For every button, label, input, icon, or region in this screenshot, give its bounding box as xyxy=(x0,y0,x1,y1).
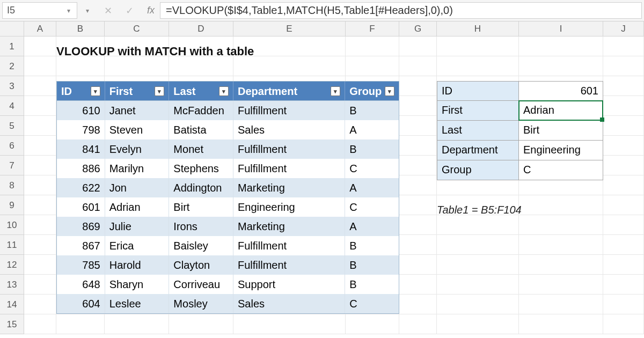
cell[interactable] xyxy=(437,295,519,314)
cell[interactable] xyxy=(24,76,56,96)
lookup-key-department[interactable]: Department xyxy=(437,141,519,160)
row-header-13[interactable]: 13 xyxy=(0,275,24,295)
cell[interactable] xyxy=(603,215,644,235)
cell[interactable] xyxy=(24,136,56,156)
table-cell[interactable]: Sales xyxy=(233,294,345,313)
table-row[interactable]: 798StevenBatistaSalesA xyxy=(57,120,399,139)
table-row[interactable]: 869JulieIronsMarketingA xyxy=(57,217,399,236)
cell[interactable] xyxy=(399,96,437,116)
cell[interactable] xyxy=(399,116,437,136)
table-header-id[interactable]: ID▾ xyxy=(57,82,105,100)
table-cell[interactable]: Irons xyxy=(169,217,233,236)
cell[interactable] xyxy=(603,255,644,275)
cell[interactable] xyxy=(56,314,105,334)
cell[interactable] xyxy=(603,96,644,116)
table-cell[interactable]: Harold xyxy=(105,255,170,275)
cell[interactable] xyxy=(437,235,519,255)
table-cell[interactable]: 785 xyxy=(57,255,105,275)
row-header-7[interactable]: 7 xyxy=(0,156,24,175)
filter-dropdown-icon[interactable]: ▾ xyxy=(385,86,394,96)
cell[interactable] xyxy=(603,76,644,96)
table-cell[interactable]: 841 xyxy=(57,139,105,159)
cell[interactable] xyxy=(24,215,56,235)
cell[interactable] xyxy=(399,255,437,275)
table-row[interactable]: 604LesleeMosleySalesC xyxy=(57,294,399,313)
cell[interactable] xyxy=(346,314,399,334)
table-row[interactable]: 622JonAddingtonMarketingA xyxy=(57,178,399,197)
table-cell[interactable]: Leslee xyxy=(105,294,170,313)
table-cell[interactable]: Fulfillment xyxy=(233,236,345,255)
cell[interactable] xyxy=(24,116,56,136)
column-header-f[interactable]: F xyxy=(346,21,399,36)
table-cell[interactable]: Marilyn xyxy=(105,159,170,178)
table-cell[interactable]: C xyxy=(345,294,399,313)
table-cell[interactable]: B xyxy=(345,275,399,294)
cell[interactable] xyxy=(603,116,644,136)
table-row[interactable]: 785HaroldClaytonFulfillmentB xyxy=(57,255,399,275)
cell[interactable] xyxy=(24,156,56,175)
row-header-4[interactable]: 4 xyxy=(0,96,24,116)
row-header-9[interactable]: 9 xyxy=(0,195,24,215)
lookup-value-first[interactable]: Adrian xyxy=(519,101,603,121)
table-row[interactable]: 841EvelynMonetFulfillmentB xyxy=(57,139,399,159)
table-cell[interactable]: Addington xyxy=(169,178,233,197)
row-header-15[interactable]: 15 xyxy=(0,314,24,334)
lookup-key-last[interactable]: Last xyxy=(437,121,519,141)
cell[interactable] xyxy=(399,156,437,175)
expand-formula-icon[interactable]: ▾ xyxy=(83,7,92,14)
filter-dropdown-icon[interactable]: ▾ xyxy=(219,86,229,96)
cell[interactable] xyxy=(105,314,169,334)
cell[interactable] xyxy=(437,255,519,275)
table-cell[interactable]: 867 xyxy=(57,236,105,255)
cell[interactable] xyxy=(603,314,644,334)
table-cell[interactable]: Mosley xyxy=(169,294,233,313)
table-cell[interactable]: Sales xyxy=(233,120,345,139)
table-cell[interactable]: B xyxy=(345,255,399,275)
table-header-group[interactable]: Group▾ xyxy=(345,82,399,100)
cell[interactable] xyxy=(519,235,603,255)
row-header-1[interactable]: 1 xyxy=(0,36,24,56)
cell[interactable] xyxy=(24,36,56,56)
table-cell[interactable]: 869 xyxy=(57,217,105,236)
enter-icon[interactable]: ✓ xyxy=(123,5,135,17)
table-cell[interactable]: 886 xyxy=(57,159,105,178)
row-header-5[interactable]: 5 xyxy=(0,116,24,136)
table-cell[interactable]: B xyxy=(345,101,399,120)
table-cell[interactable]: B xyxy=(345,139,399,159)
table-cell[interactable]: Baisley xyxy=(169,236,233,255)
fx-icon[interactable]: fx xyxy=(145,5,157,16)
cell[interactable] xyxy=(603,36,644,56)
table-cell[interactable]: Engineering xyxy=(233,197,345,217)
cell[interactable] xyxy=(346,56,399,76)
row-header-10[interactable]: 10 xyxy=(0,215,24,235)
row-header-11[interactable]: 11 xyxy=(0,235,24,255)
table-row[interactable]: 648SharynCorriveauSupportB xyxy=(57,275,399,294)
cell[interactable] xyxy=(24,275,56,295)
select-all-corner[interactable] xyxy=(0,21,24,36)
lookup-value-department[interactable]: Engineering xyxy=(519,141,603,160)
column-header-j[interactable]: J xyxy=(603,21,644,36)
table-cell[interactable]: Julie xyxy=(105,217,170,236)
column-header-i[interactable]: I xyxy=(519,21,603,36)
cell[interactable] xyxy=(603,156,644,175)
cell[interactable] xyxy=(24,195,56,215)
cell[interactable] xyxy=(437,56,519,76)
cell[interactable] xyxy=(399,175,437,195)
column-header-a[interactable]: A xyxy=(24,21,56,36)
table-cell[interactable]: Monet xyxy=(169,139,233,159)
cell[interactable] xyxy=(169,314,233,334)
table-cell[interactable]: C xyxy=(345,197,399,217)
formula-input[interactable]: =VLOOKUP($I$4,Table1,MATCH(H5,Table1[#He… xyxy=(160,2,642,19)
cell[interactable] xyxy=(399,275,437,295)
table-cell[interactable]: Clayton xyxy=(169,255,233,275)
table-cell[interactable]: Stephens xyxy=(169,159,233,178)
table-cell[interactable]: Adrian xyxy=(105,197,170,217)
cell[interactable] xyxy=(399,195,437,215)
table-cell[interactable]: Fulfillment xyxy=(233,255,345,275)
row-header-12[interactable]: 12 xyxy=(0,255,24,275)
cell[interactable] xyxy=(519,275,603,295)
cell[interactable] xyxy=(519,36,603,56)
table-cell[interactable]: Batista xyxy=(169,120,233,139)
cell[interactable] xyxy=(519,314,603,334)
cell[interactable] xyxy=(519,56,603,76)
